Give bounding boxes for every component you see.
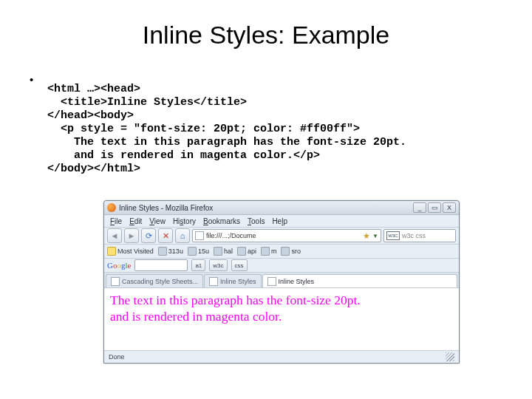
status-text: Done (109, 353, 125, 361)
folder-icon (261, 247, 270, 256)
tab-inline-1[interactable]: Inline Styles (204, 274, 262, 287)
menu-tools[interactable]: Tools (245, 217, 267, 225)
menu-history[interactable]: History (170, 217, 199, 225)
google-logo: Google (107, 261, 131, 270)
tab-inline-2[interactable]: Inline Styles (262, 274, 457, 287)
menu-bar: File Edit View History Bookmarks Tools H… (104, 215, 459, 228)
bullet-dot: • (30, 72, 47, 187)
search-engine-icon: W3C (386, 231, 400, 240)
bookmark-item[interactable]: 15u (188, 247, 209, 256)
folder-icon (158, 247, 167, 256)
stop-button[interactable]: ✕ (158, 228, 173, 243)
page-icon (267, 277, 276, 286)
url-text: file:///...;/Docume (206, 232, 361, 239)
google-toolbar: Google a1 w3c css (104, 259, 459, 273)
minimize-button[interactable]: _ (413, 202, 426, 213)
back-button[interactable]: ◄ (107, 228, 122, 243)
page-icon (209, 277, 218, 286)
bookmark-star-icon[interactable]: ★ (363, 231, 370, 241)
menu-help[interactable]: Help (269, 217, 290, 225)
bookmark-item[interactable]: 313u (158, 247, 183, 256)
bookmarks-toolbar: Most Visited 313u 15u hal api m sro (104, 245, 459, 259)
home-button[interactable]: ⌂ (175, 228, 190, 243)
page-icon (111, 277, 120, 286)
url-dropdown-icon[interactable]: ▼ (372, 233, 378, 239)
firefox-icon (107, 203, 116, 212)
bookmark-item[interactable]: m (261, 247, 277, 256)
folder-icon (281, 247, 290, 256)
menu-file[interactable]: File (107, 217, 125, 225)
search-box[interactable]: W3C w3c css (383, 229, 456, 242)
navigation-toolbar: ◄ ► ⟳ ✕ ⌂ file:///...;/Docume ★ ▼ W3C w3… (104, 228, 459, 245)
tab-strip: Cascading Style Sheets... Inline Styles … (104, 273, 459, 288)
menu-view[interactable]: View (146, 217, 168, 225)
close-button[interactable]: X (443, 202, 456, 213)
page-icon (195, 231, 204, 240)
folder-icon (214, 247, 222, 256)
bookmark-item[interactable]: api (237, 247, 256, 256)
tab-cascading[interactable]: Cascading Style Sheets... (106, 274, 203, 287)
google-tool-button[interactable]: w3c (209, 259, 227, 271)
page-content: The text in this paragraph has the font-… (104, 288, 459, 350)
bookmark-item[interactable]: hal (214, 247, 233, 256)
google-search-input[interactable] (134, 259, 188, 271)
slide-title: Inline Styles: Example (0, 0, 532, 57)
status-bar: Done (104, 350, 459, 363)
google-tool-button[interactable]: a1 (191, 259, 205, 271)
rendered-paragraph: The text in this paragraph has the font-… (110, 293, 453, 325)
window-titlebar: Inline Styles - Mozilla Firefox _ ▭ X (104, 201, 459, 215)
menu-edit[interactable]: Edit (126, 217, 145, 225)
url-bar[interactable]: file:///...;/Docume ★ ▼ (192, 229, 381, 242)
window-title: Inline Styles - Mozilla Firefox (119, 204, 413, 212)
forward-button[interactable]: ► (124, 228, 139, 243)
reload-button[interactable]: ⟳ (141, 228, 156, 243)
folder-icon (237, 247, 246, 256)
browser-screenshot: Inline Styles - Mozilla Firefox _ ▭ X Fi… (103, 200, 458, 364)
most-visited[interactable]: Most Visited (107, 247, 154, 256)
search-text: w3c css (402, 232, 426, 239)
bookmark-item[interactable]: sro (281, 247, 301, 256)
code-block: <html …><head> <title>Inline Styles</tit… (47, 83, 406, 176)
resize-grip-icon[interactable] (446, 352, 454, 361)
folder-icon (188, 247, 197, 256)
star-icon (107, 247, 116, 256)
maximize-button[interactable]: ▭ (428, 202, 441, 213)
menu-bookmarks[interactable]: Bookmarks (200, 217, 243, 225)
google-tool-button[interactable]: css (231, 259, 248, 271)
